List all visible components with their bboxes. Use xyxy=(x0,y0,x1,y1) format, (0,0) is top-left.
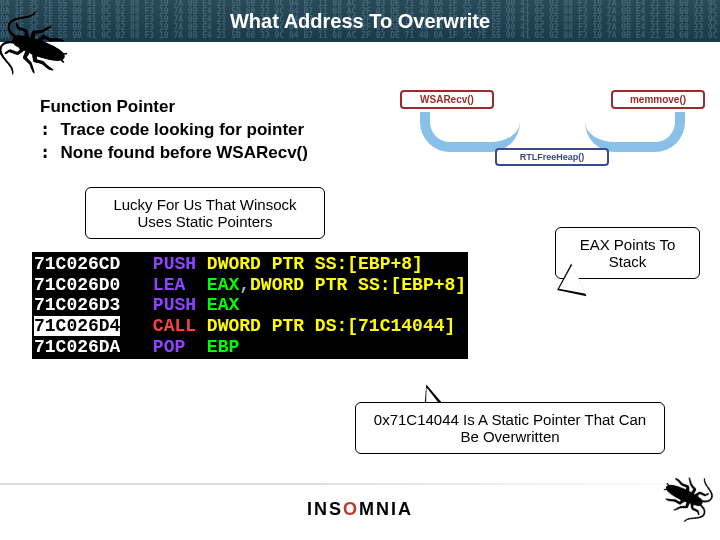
disasm-mnemonic: PUSH xyxy=(153,295,207,315)
fp-item-2: : None found before WSARecv() xyxy=(40,142,308,163)
disasm-operand: DWORD PTR SS:[EBP+8] xyxy=(250,275,466,295)
note-lucky: Lucky For Us That Winsock Uses Static Po… xyxy=(85,187,325,239)
note-static: 0x71C14044 Is A Static Pointer That Can … xyxy=(355,402,665,454)
disasm-addr: 71C026DA xyxy=(34,337,120,357)
slide-title-bar: 0A 1F 3C 7E 55 90 41 0C 02 88 F3 10 7A 0… xyxy=(0,0,720,42)
brand-dot: O xyxy=(343,499,359,519)
flow-arrow-right xyxy=(585,112,685,152)
disasm-row: 71C026DA POP EBP xyxy=(34,337,466,358)
footer-logo: INSOMNIA xyxy=(0,499,720,520)
disasm-operand: EAX xyxy=(207,295,239,315)
disasm-operand: DWORD PTR SS:[EBP+8] xyxy=(207,254,423,274)
brand-pre: INS xyxy=(307,499,343,519)
disasm-mnemonic: POP xyxy=(153,337,207,357)
disasm-row: 71C026D0 LEA EAX,DWORD PTR SS:[EBP+8] xyxy=(34,275,466,296)
disassembly-block: 71C026CD PUSH DWORD PTR SS:[EBP+8]71C026… xyxy=(32,252,468,359)
disasm-operand: EAX xyxy=(207,275,239,295)
fp-heading: Function Pointer xyxy=(40,97,308,117)
disasm-row: 71C026CD PUSH DWORD PTR SS:[EBP+8] xyxy=(34,254,466,275)
fp-item-2-text: None found before WSARecv() xyxy=(60,143,307,162)
fp-item-1: : Trace code looking for pointer xyxy=(40,119,308,140)
disasm-addr: 71C026D0 xyxy=(34,275,120,295)
note-eax: EAX Points To Stack xyxy=(555,227,700,279)
fp-item-1-text: Trace code looking for pointer xyxy=(60,120,304,139)
function-pointer-block: Function Pointer : Trace code looking fo… xyxy=(40,97,308,163)
disasm-operand: DWORD PTR DS:[71C14044] xyxy=(207,316,455,336)
disasm-row: 71C026D3 PUSH EAX xyxy=(34,295,466,316)
disasm-mnemonic: PUSH xyxy=(153,254,207,274)
slide-title: What Address To Overwrite xyxy=(230,10,490,32)
flow-box-wsarecv: WSARecv() xyxy=(400,90,494,109)
flow-box-memmove: memmove() xyxy=(611,90,705,109)
disasm-mnemonic: CALL xyxy=(153,316,207,336)
brand-post: MNIA xyxy=(359,499,413,519)
flow-diagram: WSARecv() memmove() RTLFreeHeap() xyxy=(400,90,705,178)
disasm-operand: EBP xyxy=(207,337,239,357)
disasm-addr: 71C026D4 xyxy=(34,316,120,336)
disasm-addr: 71C026CD xyxy=(34,254,120,274)
disasm-row: 71C026D4 CALL DWORD PTR DS:[71C14044] xyxy=(34,316,466,337)
disasm-addr: 71C026D3 xyxy=(34,295,120,315)
disasm-operand: , xyxy=(239,275,250,295)
footer-rule xyxy=(0,483,720,485)
flow-arrow-left xyxy=(420,112,520,152)
disasm-mnemonic: LEA xyxy=(153,275,207,295)
flow-box-rtlfreeheap: RTLFreeHeap() xyxy=(495,148,609,166)
